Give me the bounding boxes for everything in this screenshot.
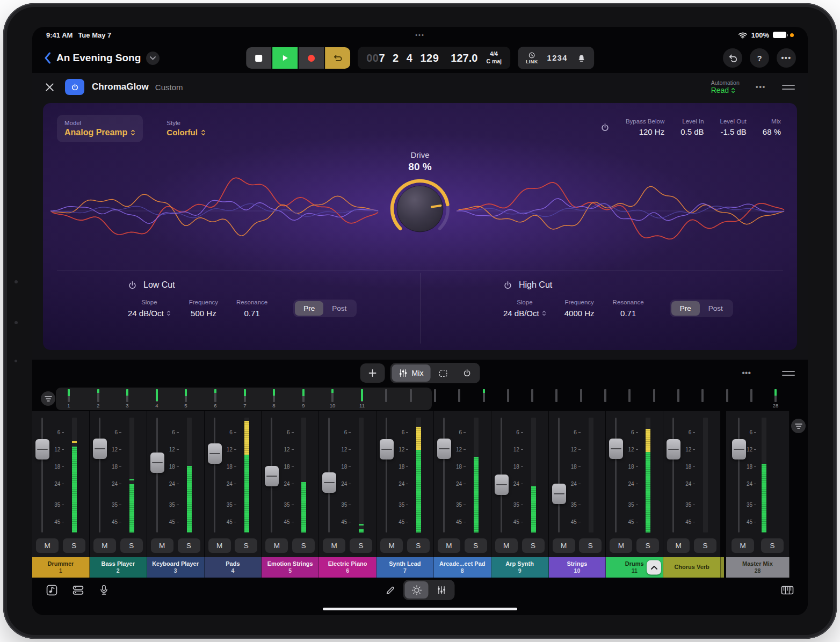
track-tab-drummer[interactable]: Drummer 1 — [32, 557, 90, 578]
drive-knob[interactable] — [386, 175, 454, 243]
edit-pencil-button[interactable] — [386, 585, 396, 595]
smart-controls-button[interactable] — [405, 581, 429, 599]
mix-view-button[interactable]: Mix — [392, 364, 431, 382]
loop-browser-button[interactable] — [46, 585, 57, 596]
mixer-more-button[interactable]: ••• — [742, 368, 751, 378]
browsers-button[interactable] — [73, 585, 84, 596]
cycle-button[interactable] — [325, 47, 350, 69]
add-track-button[interactable] — [360, 363, 385, 383]
undo-button[interactable] — [723, 48, 742, 68]
lcd-display[interactable]: 00 7 2 4 129 127.0 4/4 C maj — [358, 47, 510, 69]
mute-button-bass-player[interactable]: M — [93, 538, 116, 553]
faders-view-button[interactable] — [430, 581, 453, 599]
record-button[interactable] — [299, 47, 324, 69]
plugin-power-button[interactable] — [65, 79, 84, 95]
high-cut-post-button[interactable]: Post — [700, 301, 732, 316]
play-button[interactable] — [272, 47, 298, 69]
back-button[interactable] — [44, 52, 51, 64]
mute-button-arcade-eet-pad[interactable]: M — [438, 538, 460, 553]
more-button[interactable]: ••• — [777, 48, 796, 68]
track-tab-drums[interactable]: Drums 11 — [606, 557, 663, 578]
track-tab-arcade-eet-pad[interactable]: Arcade...eet Pad 8 — [434, 557, 491, 578]
track-tab-electric-piano[interactable]: Electric Piano 6 — [319, 557, 376, 578]
low-cut-pre-button[interactable]: Pre — [295, 301, 323, 316]
metronome-bell-icon[interactable] — [577, 54, 586, 63]
solo-button-bass-player[interactable]: S — [120, 538, 143, 553]
marquee-select-button[interactable] — [431, 364, 454, 382]
solo-button-strings[interactable]: S — [579, 538, 602, 553]
help-button[interactable]: ? — [750, 48, 769, 68]
track-tab-emotion-strings[interactable]: Emotion Strings 5 — [262, 557, 319, 578]
model-selector[interactable]: Model Analog Preamp — [57, 115, 143, 142]
track-power-button[interactable] — [455, 364, 478, 382]
track-tab-strings[interactable]: Strings 10 — [549, 557, 606, 578]
audio-recorder-button[interactable] — [99, 585, 109, 596]
solo-button-synth-lead[interactable]: S — [407, 538, 430, 553]
track-tab-keyboard-player[interactable]: Keyboard Player 3 — [147, 557, 205, 578]
solo-button-keyboard-player[interactable]: S — [178, 538, 200, 553]
master-filter-button[interactable] — [791, 419, 806, 433]
mute-button-strings[interactable]: M — [553, 538, 575, 553]
low-cut-slope[interactable]: Slope 24 dB/Oct — [128, 299, 171, 318]
mute-button-drums[interactable]: M — [610, 538, 632, 553]
solo-button-master-mix[interactable]: S — [761, 538, 784, 553]
track-tab-synth-lead[interactable]: Synth Lead 7 — [376, 557, 434, 578]
high-cut-power-button[interactable] — [503, 281, 512, 290]
automation-control[interactable]: Automation Read — [711, 79, 740, 94]
low-cut-frequency[interactable]: Frequency 500 Hz — [189, 299, 218, 318]
style-selector[interactable]: Style Colorful — [166, 115, 206, 137]
mute-button-keyboard-player[interactable]: M — [151, 538, 173, 553]
high-cut-resonance[interactable]: Resonance 0.71 — [613, 299, 644, 318]
mixer-resize-handle[interactable] — [782, 371, 795, 376]
home-indicator[interactable] — [323, 608, 517, 610]
mute-button-electric-piano[interactable]: M — [323, 538, 345, 553]
solo-button-emotion-strings[interactable]: S — [292, 538, 315, 553]
mute-button-synth-lead[interactable]: M — [380, 538, 403, 553]
low-cut-power-button[interactable] — [128, 281, 137, 290]
solo-button-arp-synth[interactable]: S — [522, 538, 545, 553]
solo-button-electric-piano[interactable]: S — [350, 538, 372, 553]
overview-track-8: 8 — [271, 389, 277, 408]
level-out-param[interactable]: Level Out -1.5 dB — [720, 118, 747, 136]
link-button[interactable]: LINK — [526, 52, 538, 64]
mute-button-chorus-verb[interactable]: M — [667, 538, 690, 553]
preset-name[interactable]: Custom — [155, 83, 183, 92]
low-cut-resonance[interactable]: Resonance 0.71 — [236, 299, 267, 318]
solo-button-chorus-verb[interactable]: S — [694, 538, 716, 553]
track-tab-bass-player[interactable]: Bass Player 2 — [90, 557, 147, 578]
song-menu-button[interactable] — [146, 52, 160, 65]
track-filter-button[interactable] — [41, 391, 55, 406]
solo-button-drums[interactable]: S — [636, 538, 659, 553]
high-cut-pre-button[interactable]: Pre — [671, 301, 700, 316]
plugin-resize-handle[interactable] — [782, 85, 795, 90]
solo-button-pads[interactable]: S — [235, 538, 257, 553]
track-tab-master-mix[interactable]: Master Mix 28 — [726, 557, 790, 578]
solo-button-arcade-eet-pad[interactable]: S — [465, 538, 487, 553]
low-cut-post-button[interactable]: Post — [323, 301, 355, 316]
status-bar: 9:41 AM Tue May 7 ••• 100% — [32, 27, 808, 43]
count-in-button[interactable]: 1234 — [547, 54, 568, 62]
plugin-more-button[interactable]: ••• — [756, 83, 766, 91]
track-tab-pads[interactable]: Pads 4 — [205, 557, 262, 578]
keyboard-button[interactable] — [781, 585, 794, 595]
track-tab-chorus-verb[interactable]: Chorus Verb — [663, 557, 721, 578]
track-tabs: Drummer 1 Bass Player 2 Keyboard Player … — [32, 557, 808, 578]
bypass-power-button[interactable] — [600, 123, 610, 132]
multitasking-dots[interactable]: ••• — [415, 32, 425, 38]
mute-button-pads[interactable]: M — [208, 538, 231, 553]
stack-collapse-button[interactable] — [647, 560, 661, 575]
bypass-below-param[interactable]: Bypass Below 120 Hz — [626, 118, 664, 136]
level-in-param[interactable]: Level In 0.5 dB — [680, 118, 704, 136]
high-cut-frequency[interactable]: Frequency 4000 Hz — [564, 299, 595, 318]
close-plugin-button[interactable] — [45, 83, 54, 92]
high-cut-slope[interactable]: Slope 24 dB/Oct — [503, 299, 546, 318]
track-tab-arp-synth[interactable]: Arp Synth 9 — [491, 557, 549, 578]
mute-button-emotion-strings[interactable]: M — [265, 538, 288, 553]
mute-button-master-mix[interactable]: M — [732, 538, 754, 553]
mute-button-arp-synth[interactable]: M — [495, 538, 518, 553]
output-params: Bypass Below 120 Hz Level In 0.5 dB Leve… — [600, 115, 781, 136]
mix-param[interactable]: Mix 68 % — [763, 118, 781, 136]
solo-button-drummer[interactable]: S — [63, 538, 85, 553]
stop-button[interactable] — [246, 47, 271, 69]
mute-button-drummer[interactable]: M — [36, 538, 59, 553]
